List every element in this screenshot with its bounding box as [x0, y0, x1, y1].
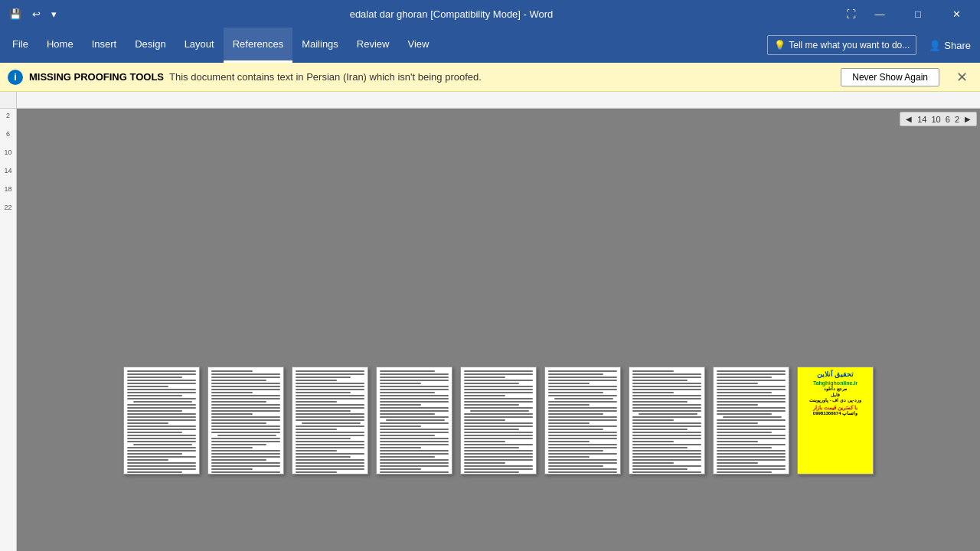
save-button[interactable]: 💾	[6, 7, 24, 21]
tab-view[interactable]: View	[398, 28, 438, 63]
page-thumbnail-8[interactable]	[713, 367, 789, 474]
page-thumbnail-1[interactable]	[123, 367, 200, 474]
page-thumbnail-2[interactable]	[207, 367, 284, 474]
window-controls: ⛶ — □ ✕	[843, 0, 974, 28]
page-thumbnail-9-ad[interactable]: تحقیق آنلاین Tahghighonline.ir مرجع دانل…	[797, 367, 874, 474]
page-content-6	[545, 367, 620, 474]
fullscreen-button[interactable]: ⛶	[843, 7, 859, 21]
document-area: ◀ 14 10 6 2 ▶	[17, 109, 980, 551]
tab-design[interactable]: Design	[126, 28, 175, 63]
tab-mailings[interactable]: Mailings	[292, 28, 348, 63]
notification-bar: i MISSING PROOFING TOOLS This document c…	[0, 63, 980, 92]
page-content-8	[714, 367, 789, 474]
search-placeholder: Tell me what you want to do...	[789, 40, 910, 51]
page-thumbnail-6[interactable]	[544, 367, 621, 474]
ribbon: File Home Insert Design Layout Reference…	[0, 28, 980, 63]
notification-title: MISSING PROOFING TOOLS	[29, 71, 164, 83]
share-label: Share	[944, 40, 971, 51]
tab-insert[interactable]: Insert	[83, 28, 126, 63]
share-button[interactable]: 👤 Share	[923, 28, 977, 63]
ruler-mark: 6	[6, 130, 10, 138]
page-thumbnail-3[interactable]	[292, 367, 368, 474]
zoom-left-button[interactable]: ◀	[903, 114, 914, 124]
undo-button[interactable]: ↩	[29, 7, 44, 21]
ruler-mark: 10	[4, 148, 11, 156]
page-content-5	[461, 367, 536, 474]
zoom-right-button[interactable]: ▶	[962, 114, 973, 124]
tab-home[interactable]: Home	[38, 28, 83, 63]
title-bar: 💾 ↩ ▾ edalat dar ghoran [Compatibility M…	[0, 0, 980, 28]
ad-content: تحقیق آنلاین Tahghighonline.ir مرجع دانل…	[798, 367, 873, 420]
page-thumbnail-7[interactable]	[629, 367, 705, 474]
page-thumbnail-5[interactable]	[460, 367, 537, 474]
ruler-corner	[0, 92, 17, 109]
maximize-button[interactable]: □	[900, 0, 936, 28]
page-thumbnail-4[interactable]	[376, 367, 452, 474]
tab-review[interactable]: Review	[348, 28, 399, 63]
share-icon: 👤	[929, 40, 941, 51]
never-show-again-button[interactable]: Never Show Again	[841, 68, 939, 86]
lightbulb-icon: 💡	[774, 40, 786, 51]
ruler-mark: 14	[4, 167, 11, 174]
vertical-ruler: 2 6 10 14 18 22	[0, 109, 17, 551]
ruler-row	[0, 92, 980, 109]
ruler-mark: 2	[6, 112, 10, 119]
page-content-3	[292, 367, 368, 474]
notification-text: MISSING PROOFING TOOLS This document con…	[29, 71, 482, 83]
page-content-4	[377, 367, 452, 474]
tab-layout[interactable]: Layout	[175, 28, 224, 63]
info-icon: i	[8, 70, 23, 85]
zoom-value-10: 10	[930, 115, 942, 124]
notification-close-button[interactable]: ✕	[952, 67, 972, 87]
page-content-2	[208, 367, 283, 474]
tab-file[interactable]: File	[3, 28, 38, 63]
zoom-value-6: 6	[944, 115, 952, 124]
page-content-1	[124, 367, 199, 474]
zoom-value-14: 14	[916, 115, 928, 124]
window-title: edalat dar ghoran [Compatibility Mode] -…	[60, 8, 843, 20]
pages-row: تحقیق آنلاین Tahghighonline.ir مرجع دانل…	[123, 367, 874, 474]
notification-message: This document contains text in Persian (…	[169, 71, 482, 83]
zoom-controls: ◀ 14 10 6 2 ▶	[900, 112, 977, 126]
main-area: 2 6 10 14 18 22 ◀ 14 10 6 2 ▶	[0, 109, 980, 551]
minimize-button[interactable]: —	[862, 0, 897, 28]
search-box[interactable]: 💡 Tell me what you want to do...	[767, 35, 916, 55]
horizontal-ruler	[17, 92, 980, 109]
ruler-mark: 18	[4, 185, 11, 193]
zoom-value-2: 2	[953, 115, 961, 124]
dropdown-button[interactable]: ▾	[48, 7, 60, 21]
quick-access-toolbar: 💾 ↩ ▾	[6, 7, 60, 21]
tab-references[interactable]: References	[224, 28, 292, 63]
close-button[interactable]: ✕	[939, 0, 974, 28]
ruler-mark: 22	[4, 204, 11, 211]
page-content-7	[629, 367, 704, 474]
